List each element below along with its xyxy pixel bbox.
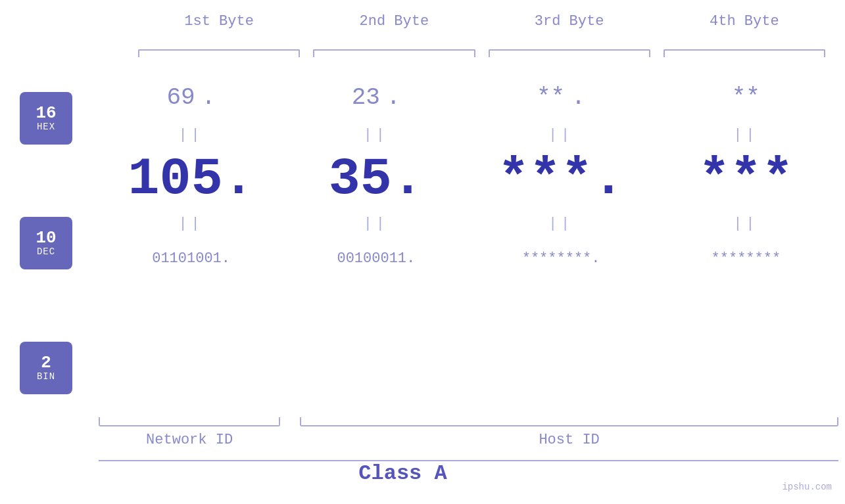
dec-b3: ***. [469,153,654,206]
eq1-b4: || [654,127,838,143]
bracket-byte2 [313,49,475,57]
dec-name: DEC [37,246,55,257]
network-id-label: Network ID [99,432,280,448]
bracket-byte3 [489,49,650,57]
header-byte1: 1st Byte [132,13,306,30]
network-bracket [99,417,280,426]
bracket-byte1 [138,49,300,57]
hex-b1: 69 . [99,84,283,111]
hex-row: 69 . 23 . ** . ** [99,71,838,124]
bottom-brackets-row [99,417,838,426]
eq1-b3: || [469,127,654,143]
eq2-b1: || [99,216,283,232]
bin-b3: ********. [469,250,654,267]
dec-b2: 35. [283,153,468,206]
equals-row-2: || || || || [99,212,838,235]
hex-dot1: . [201,84,216,111]
bin-name: BIN [37,371,55,382]
bin-row: 01101001. 00100011. ********. ******** [99,235,838,281]
dec-row: 105. 35. ***. *** [99,147,838,212]
hex-b3: ** . [469,84,654,111]
dec-num: 10 [36,229,56,246]
class-label: Class A [0,461,806,486]
bin-b4: ******** [654,250,838,267]
equals-row-1: || || || || [99,124,838,147]
dec-b1: 105. [99,153,283,206]
base-labels: 16 HEX 10 DEC 2 BIN [20,92,72,394]
eq2-b4: || [654,216,838,232]
bin-b1: 01101001. [99,250,283,267]
bin-b2: 00100011. [283,250,468,267]
bin-num: 2 [41,354,51,371]
eq2-b3: || [469,216,654,232]
id-labels: Network ID Host ID [99,432,838,448]
hex-name: HEX [37,122,55,132]
byte-headers: 1st Byte 2nd Byte 3rd Byte 4th Byte [132,13,832,30]
hex-dot2: . [386,84,400,111]
header-byte2: 2nd Byte [306,13,481,30]
header-byte4: 4th Byte [657,13,832,30]
bracket-gap1 [280,417,300,426]
hex-b4: ** [654,84,838,111]
hex-num: 16 [36,104,56,122]
header-byte3: 3rd Byte [482,13,657,30]
eq1-b2: || [283,127,468,143]
hex-dot3: . [571,84,586,111]
hex-badge: 16 HEX [20,92,72,145]
eq2-b2: || [283,216,468,232]
top-brackets [132,49,832,57]
dec-badge: 10 DEC [20,217,72,269]
rows-container: 69 . 23 . ** . ** || || || || [99,58,838,281]
main-container: 1st Byte 2nd Byte 3rd Byte 4th Byte 16 H… [0,0,845,504]
hex-b2: 23 . [283,84,468,111]
dec-b4: *** [654,153,838,206]
watermark: ipshu.com [782,482,832,492]
bracket-byte4 [664,49,825,57]
bin-badge: 2 BIN [20,342,72,394]
host-bracket [300,417,838,426]
eq1-b1: || [99,127,283,143]
host-id-label: Host ID [300,432,838,448]
